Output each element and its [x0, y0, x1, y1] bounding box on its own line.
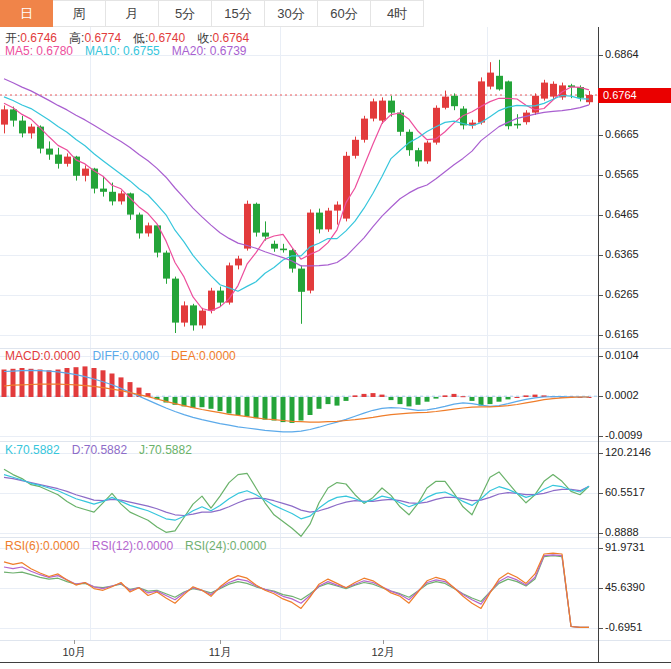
macd-header-item: DIFF:0.0000 [92, 349, 159, 363]
candle-body [379, 101, 386, 121]
macd-bar [335, 397, 340, 406]
y-axis-tick-label: 91.9731 [605, 541, 645, 553]
candle-body [505, 81, 512, 126]
candle-body [487, 73, 494, 87]
candle-body [442, 97, 449, 108]
y-axis-tick-label: 0.6665 [605, 128, 639, 140]
y-axis-tick-label: 0.6465 [605, 208, 639, 220]
month-label: 12月 [361, 645, 405, 660]
macd-bar [236, 397, 241, 415]
d-line [4, 477, 589, 515]
y-axis-tick [599, 588, 603, 589]
candle-body [298, 269, 305, 292]
candlesticks [1, 60, 593, 333]
macd-bar [2, 370, 7, 398]
y-axis-tick [599, 255, 603, 256]
candle-body [235, 259, 242, 266]
macd-bar [11, 369, 16, 397]
y-axis-tick [599, 335, 603, 336]
macd-bar [524, 395, 529, 397]
month-tick [220, 640, 221, 644]
ohlc-value: 0.6746 [20, 31, 57, 45]
macd-bar [416, 397, 421, 405]
k-line [4, 475, 589, 521]
candle-body [217, 291, 224, 303]
tab-timeframe-0[interactable]: 日 [0, 0, 53, 27]
kdj-header: K:70.5882D:70.5882J:70.5882 [5, 443, 204, 457]
tab-timeframe-1[interactable]: 周 [53, 0, 106, 27]
candle-body [145, 225, 152, 233]
macd-bar [209, 397, 214, 409]
macd-header-item: DEA:0.0000 [171, 349, 236, 363]
candle-body [415, 150, 422, 161]
rsi-header-item: RSI(12):0.0000 [92, 539, 173, 553]
macd-header: MACD:0.0000DIFF:0.0000DEA:0.0000 [5, 349, 248, 363]
ohlc-label: 收: [197, 31, 212, 45]
j-line [4, 469, 589, 536]
candle-body [226, 265, 233, 302]
ohlc-value: 0.6764 [212, 31, 249, 45]
candle-body [28, 127, 35, 134]
tab-timeframe-6[interactable]: 60分 [318, 0, 371, 27]
macd-bar [443, 395, 448, 397]
ohlc-value: 0.6774 [84, 31, 121, 45]
y-axis-tick [599, 135, 603, 136]
candle-body [550, 84, 557, 97]
rsi-header-item: RSI(24):0.0000 [185, 539, 266, 553]
y-axis-tick-label: 0.6165 [605, 328, 639, 340]
panel-separator [0, 441, 671, 442]
macd-bar [92, 368, 97, 397]
macd-bar [290, 397, 295, 423]
candle-body [82, 169, 89, 176]
tab-timeframe-3[interactable]: 5分 [159, 0, 212, 27]
macd-bar [218, 397, 223, 411]
candle-body [109, 192, 116, 202]
candle-body [325, 211, 332, 230]
macd-bar [371, 393, 376, 397]
macd-bar [227, 397, 232, 414]
tab-timeframe-5[interactable]: 30分 [265, 0, 318, 27]
macd-bar [191, 397, 196, 408]
macd-bar [38, 370, 43, 398]
macd-bar [326, 397, 331, 404]
ma-info-row-item: MA10: 0.6755 [85, 44, 160, 58]
y-axis-tick [599, 436, 603, 437]
y-axis-tick [599, 628, 603, 629]
candle-body [253, 204, 260, 233]
y-axis-tick-label: 0.0104 [605, 349, 639, 361]
macd-header-item: MACD:0.0000 [5, 349, 80, 363]
candle-body [352, 140, 359, 156]
y-axis-tick-label: -0.6951 [605, 621, 642, 633]
ma10-line [4, 96, 589, 292]
macd-bar [470, 397, 475, 401]
tab-timeframe-4[interactable]: 15分 [212, 0, 265, 27]
macd-bar [263, 397, 268, 420]
y-axis-tick-label: 0.6365 [605, 248, 639, 260]
main-chart-plot[interactable] [0, 27, 598, 348]
candle-body [514, 124, 521, 126]
candle-body [100, 189, 107, 192]
macd-bar [452, 394, 457, 397]
ma-info-row-item: MA20: 0.6739 [172, 44, 247, 58]
candle-body [361, 119, 368, 140]
macd-bar [497, 397, 502, 402]
macd-bar [281, 397, 286, 422]
macd-bar [83, 366, 88, 397]
y-axis-tick-label: -0.0099 [605, 429, 642, 441]
candle-body [163, 253, 170, 279]
macd-bar [245, 397, 250, 417]
tab-timeframe-2[interactable]: 月 [106, 0, 159, 27]
y-axis-tick [599, 396, 603, 397]
y-axis-tick [599, 215, 603, 216]
candle-body [541, 83, 548, 99]
tab-timeframe-7[interactable]: 4时 [371, 0, 424, 27]
macd-bar [461, 396, 466, 397]
macd-bar [254, 397, 259, 418]
kdj-header-item: D:70.5882 [72, 443, 127, 457]
candle-body [208, 291, 215, 311]
macd-bar [389, 397, 394, 400]
y-axis-tick [599, 55, 603, 56]
candle-body [271, 244, 278, 249]
candle-body [523, 113, 530, 123]
panel-separator [0, 640, 671, 641]
